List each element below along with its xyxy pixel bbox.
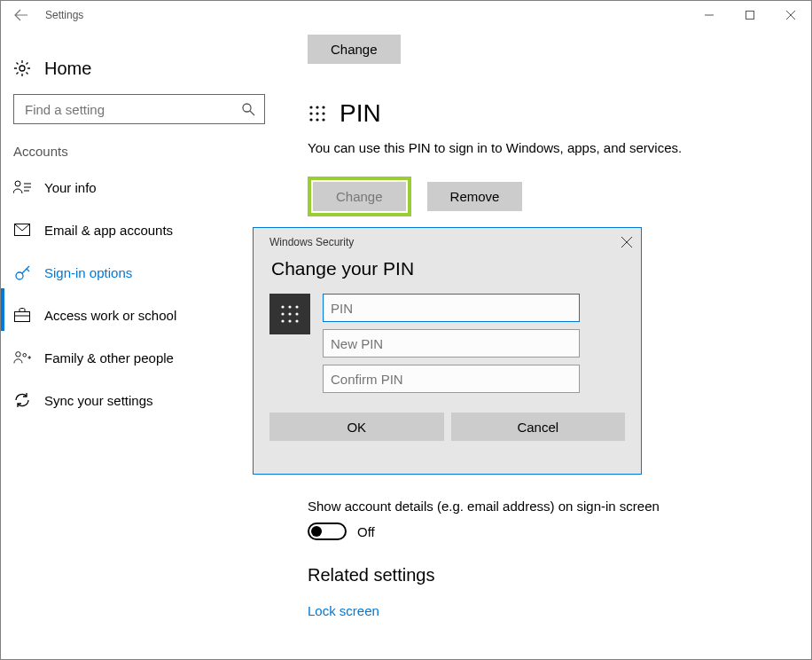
toggle-state: Off — [357, 524, 375, 539]
change-pin-dialog: Windows Security Change your PIN OK Ca — [253, 227, 642, 475]
envelope-icon — [13, 224, 31, 236]
svg-point-10 — [316, 106, 318, 108]
confirm-pin-input[interactable] — [323, 365, 580, 393]
svg-point-22 — [288, 312, 291, 315]
sidebar-item-label: Your info — [44, 180, 97, 195]
new-pin-input[interactable] — [323, 329, 580, 358]
category-header: Accounts — [13, 144, 277, 159]
svg-point-21 — [281, 312, 284, 315]
ok-button[interactable]: OK — [269, 412, 444, 441]
svg-rect-0 — [746, 12, 754, 20]
close-icon — [621, 237, 632, 248]
svg-point-9 — [309, 106, 312, 108]
svg-point-19 — [288, 305, 291, 308]
svg-point-1 — [20, 66, 25, 71]
sidebar-item-label: Sign-in options — [44, 265, 132, 280]
people-plus-icon — [13, 350, 31, 365]
sidebar-item-sync[interactable]: Sync your settings — [13, 379, 277, 421]
dialog-heading: Change your PIN — [271, 258, 625, 279]
key-icon — [13, 264, 31, 281]
search-box[interactable] — [13, 94, 265, 124]
close-icon — [786, 11, 795, 20]
sidebar-item-access-work[interactable]: Access work or school — [13, 294, 277, 336]
change-button-highlight: Change — [308, 177, 411, 216]
search-input[interactable] — [23, 101, 241, 118]
svg-point-20 — [295, 305, 298, 308]
cancel-button[interactable]: Cancel — [451, 412, 626, 441]
lock-screen-link[interactable]: Lock screen — [308, 603, 786, 618]
svg-point-25 — [288, 319, 291, 322]
current-pin-input[interactable] — [323, 294, 580, 322]
svg-point-16 — [316, 118, 318, 121]
sidebar-item-your-info[interactable]: Your info — [13, 166, 277, 208]
show-details-toggle[interactable] — [308, 522, 347, 540]
sidebar-item-signin[interactable]: Sign-in options — [13, 251, 277, 294]
home-label: Home — [44, 59, 91, 79]
svg-point-2 — [243, 104, 251, 112]
sidebar-item-label: Email & app accounts — [44, 223, 173, 238]
sidebar-item-label: Sync your settings — [44, 393, 153, 408]
svg-point-13 — [316, 112, 318, 114]
pin-heading: PIN — [340, 99, 381, 128]
dialog-close-button[interactable] — [621, 237, 632, 248]
svg-point-8 — [23, 353, 27, 357]
svg-point-26 — [295, 319, 298, 322]
svg-point-24 — [281, 319, 284, 322]
svg-rect-6 — [15, 312, 30, 322]
search-icon — [241, 102, 255, 116]
maximize-icon — [746, 11, 754, 20]
pin-description: You can use this PIN to sign in to Windo… — [308, 140, 786, 155]
maximize-button[interactable] — [730, 1, 770, 29]
gear-icon — [13, 59, 31, 77]
sidebar-item-label: Family & other people — [44, 350, 174, 365]
home-button[interactable]: Home — [13, 47, 277, 90]
svg-point-3 — [15, 181, 20, 186]
show-account-details-label: Show account details (e.g. email address… — [308, 499, 786, 514]
window-titlebar: Settings — [1, 1, 811, 29]
svg-point-14 — [322, 112, 324, 114]
minimize-button[interactable] — [689, 1, 730, 29]
back-arrow-icon — [14, 8, 28, 22]
sidebar-item-email[interactable]: Email & app accounts — [13, 208, 277, 251]
sidebar-item-family[interactable]: Family & other people — [13, 336, 277, 379]
pin-keypad-icon — [308, 104, 327, 123]
briefcase-icon — [13, 308, 31, 322]
sidebar: Home Accounts Your info Email & app acco… — [1, 29, 277, 659]
svg-point-15 — [309, 118, 312, 121]
change-pin-button[interactable]: Change — [313, 182, 406, 211]
sync-icon — [13, 392, 31, 408]
svg-point-7 — [16, 352, 20, 357]
back-button[interactable] — [1, 1, 42, 29]
sidebar-item-label: Access work or school — [44, 308, 176, 323]
svg-point-12 — [309, 112, 312, 114]
minimize-icon — [705, 11, 714, 20]
related-settings-heading: Related settings — [308, 565, 786, 585]
dialog-title: Windows Security — [269, 236, 354, 248]
change-button-top[interactable]: Change — [308, 35, 401, 64]
svg-point-11 — [322, 106, 324, 108]
svg-point-23 — [295, 312, 298, 315]
svg-point-17 — [322, 118, 324, 121]
remove-pin-button[interactable]: Remove — [427, 182, 523, 211]
person-lines-icon — [13, 180, 31, 194]
window-title: Settings — [45, 9, 83, 21]
close-button[interactable] — [770, 1, 811, 29]
svg-point-18 — [281, 305, 284, 308]
keypad-icon — [269, 294, 310, 334]
